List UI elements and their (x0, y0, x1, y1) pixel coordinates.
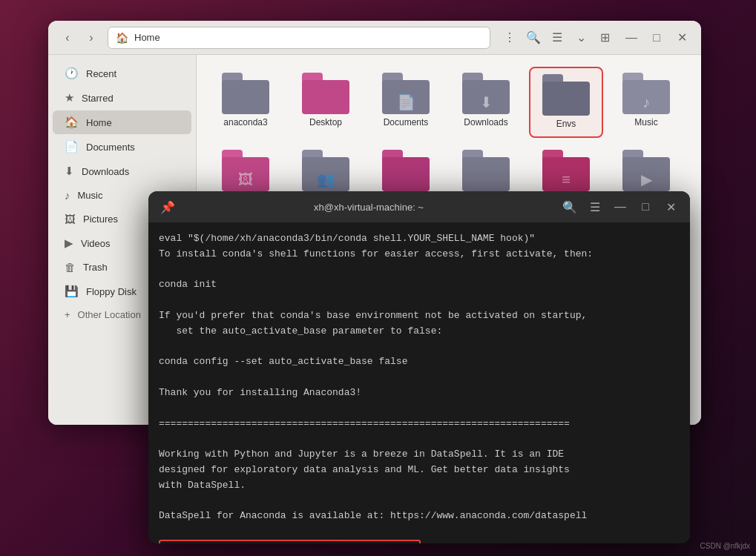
terminal-line: DataSpell for Anaconda is available at: … (159, 509, 680, 524)
recent-icon: 🕐 (65, 67, 79, 80)
file-label: Documents (384, 117, 429, 129)
folder-overlay-icon: 👥 (317, 171, 335, 188)
folder-overlay-icon: ♪ (642, 94, 650, 111)
terminal-line: designed for exploratory data analysis a… (159, 463, 680, 478)
list-view-button[interactable]: ☰ (547, 27, 568, 48)
terminal-line (159, 293, 680, 308)
folder-overlay: ▶ (628, 171, 664, 188)
terminal-line (159, 494, 680, 509)
folder-body: 🖼 (222, 157, 269, 191)
sidebar-item-documents[interactable]: 📄 Documents (53, 135, 191, 159)
file-label: Music (634, 117, 657, 129)
terminal-close-button[interactable]: ✕ (660, 196, 681, 217)
sidebar-item-recent[interactable]: 🕐 Recent (53, 62, 191, 85)
file-item-envs[interactable]: Envs (529, 67, 603, 138)
trash-icon: 🗑 (65, 261, 76, 274)
sidebar-label-home: Home (86, 117, 112, 128)
folder-body (302, 80, 349, 114)
sidebar-label-recent: Recent (86, 68, 116, 79)
terminal-line: To install conda's shell functions for e… (159, 247, 680, 262)
folder-overlay-icon: ≡ (562, 171, 571, 188)
terminal-line: ========================================… (159, 417, 680, 432)
terminal-window: 📌 xh@xh-virtual-machine: ~ 🔍 ☰ — □ ✕ eva… (148, 191, 690, 543)
file-item-downloads[interactable]: ⬇ Downloads (449, 67, 523, 138)
terminal-line: conda config --set auto_activate_base fa… (159, 354, 680, 370)
terminal-line: with DataSpell. (159, 478, 680, 494)
back-button[interactable]: ‹ (57, 27, 78, 48)
close-button[interactable]: ✕ (671, 27, 692, 48)
terminal-line (159, 524, 680, 540)
terminal-title: xh@xh-virtual-machine: ~ (184, 202, 553, 213)
sidebar-label-downloads: Downloads (82, 166, 129, 177)
menu-button[interactable]: ⋮ (499, 27, 520, 48)
grid-view-button[interactable]: ⊞ (594, 27, 615, 48)
terminal-line (159, 370, 680, 385)
file-label: Desktop (309, 117, 342, 129)
file-label: anaconda3 (223, 117, 267, 129)
pictures-icon: 🖼 (65, 213, 76, 225)
sidebar-label-starred: Starred (82, 93, 114, 104)
music-icon: ♪ (65, 189, 70, 202)
downloads-icon: ⬇ (65, 165, 74, 178)
folder-icon (462, 150, 510, 191)
chevron-button[interactable]: ⌄ (571, 27, 591, 48)
terminal-line: If you'd prefer that conda's base enviro… (159, 308, 680, 324)
folder-icon (382, 150, 430, 191)
terminal-line: set the auto_activate_base parameter to … (159, 324, 680, 340)
file-item-documents[interactable]: 📄 Documents (369, 67, 443, 138)
terminal-line (159, 431, 680, 447)
folder-icon: ♪ (622, 73, 670, 114)
address-bar[interactable]: 🏠 Home (108, 27, 490, 49)
folder-body: ≡ (542, 157, 590, 191)
folder-body (542, 82, 590, 116)
terminal-line: eval "$(/home/xh/anaconda3/bin/conda she… (159, 231, 680, 247)
terminal-line (159, 401, 680, 417)
forward-button[interactable]: › (81, 27, 102, 48)
terminal-search-button[interactable]: 🔍 (559, 196, 580, 217)
terminal-maximize-button[interactable]: □ (635, 196, 656, 217)
folder-body: ⬇ (462, 80, 510, 114)
sidebar-item-downloads[interactable]: ⬇ Downloads (53, 159, 191, 183)
sidebar-label-videos: Videos (81, 238, 111, 249)
videos-icon: ▶ (65, 236, 73, 250)
terminal-line (159, 340, 680, 355)
add-location-icon: + (65, 309, 70, 320)
home-icon: 🏠 (65, 116, 79, 129)
terminal-line: Thank you for installing Anaconda3! (159, 385, 680, 401)
folder-overlay-icon: ▶ (641, 171, 652, 188)
folder-icon: 👥 (302, 150, 349, 191)
folder-icon: ▶ (622, 150, 670, 191)
terminal-pin-button[interactable]: 📌 (157, 196, 178, 217)
maximize-button[interactable]: □ (646, 27, 667, 48)
sidebar-label-pictures: Pictures (83, 214, 118, 225)
address-text: Home (134, 32, 160, 43)
search-button[interactable]: 🔍 (523, 27, 544, 48)
minimize-button[interactable]: — (621, 27, 642, 48)
file-label: Downloads (464, 117, 507, 129)
sidebar-item-starred[interactable]: ★ Starred (53, 86, 191, 110)
file-item-music[interactable]: ♪ Music (609, 67, 683, 138)
documents-icon: 📄 (65, 140, 79, 153)
sidebar-item-home[interactable]: 🏠 Home (53, 110, 191, 134)
terminal-menu-button[interactable]: ☰ (585, 196, 605, 217)
terminal-line: conda init (159, 277, 680, 293)
terminal-minimize-button[interactable]: — (610, 196, 631, 217)
home-address-icon: 🏠 (116, 32, 128, 44)
terminal-actions: 🔍 ☰ — □ ✕ (559, 196, 681, 217)
file-item-anaconda3[interactable]: anaconda3 (208, 67, 283, 138)
folder-overlay: ♪ (628, 94, 664, 111)
folder-body (382, 157, 430, 191)
folder-overlay: 👥 (308, 171, 344, 188)
folder-icon: 🖼 (222, 150, 269, 191)
terminal-line (159, 262, 680, 278)
terminal-body[interactable]: eval "$(/home/xh/anaconda3/bin/conda she… (148, 222, 690, 543)
watermark: CSDN @nfkjdx (700, 542, 750, 550)
folder-icon: ⬇ (462, 73, 510, 114)
folder-icon (302, 73, 349, 114)
sidebar-label-floppy: Floppy Disk (86, 286, 137, 297)
star-icon: ★ (65, 91, 74, 105)
folder-overlay: 🖼 (228, 171, 263, 188)
file-item-desktop[interactable]: Desktop (289, 67, 363, 138)
folder-body (462, 157, 510, 191)
file-manager-titlebar: ‹ › 🏠 Home ⋮ 🔍 ☰ ⌄ ⊞ — □ ✕ (48, 21, 701, 55)
